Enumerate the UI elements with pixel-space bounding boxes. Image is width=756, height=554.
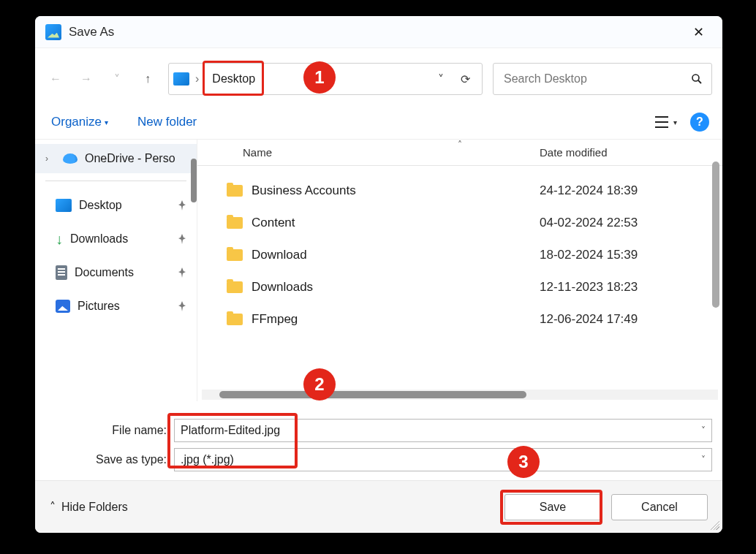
chevron-down-icon[interactable]: ˅ <box>701 455 706 465</box>
folder-icon <box>227 314 243 325</box>
file-name-row: File name: Platform-Edited.jpg ˅ <box>45 417 712 444</box>
hide-folders-button[interactable]: ˄ Hide Folders <box>50 500 128 514</box>
sort-indicator-icon: ˄ <box>458 140 462 150</box>
list-item[interactable]: Download 18-02-2024 15:39 <box>197 239 722 271</box>
sidebar-item-label: Documents <box>75 266 134 279</box>
file-date: 24-12-2024 18:39 <box>540 183 722 198</box>
list-item[interactable]: Downloads 12-11-2023 18:23 <box>197 271 722 303</box>
list-item[interactable]: Business Accounts 24-12-2024 18:39 <box>197 175 722 207</box>
save-as-dialog: Save As ✕ ← → ˅ ↑ › Desktop ˅ ⟳ Organize <box>35 16 722 533</box>
titlebar: Save As ✕ <box>35 16 722 48</box>
cancel-button[interactable]: Cancel <box>611 494 708 520</box>
file-date: 12-11-2023 18:23 <box>540 280 722 295</box>
file-name: Content <box>252 216 295 230</box>
navigation-row: ← → ˅ ↑ › Desktop ˅ ⟳ <box>35 48 722 107</box>
up-button[interactable]: ↑ <box>137 69 158 89</box>
save-button[interactable]: Save <box>504 494 601 520</box>
search-box[interactable] <box>493 63 712 95</box>
sidebar-separator <box>45 181 186 181</box>
dialog-toolbar: Organize ▾ New folder ▾ ? <box>35 107 722 140</box>
onedrive-icon <box>63 153 78 164</box>
back-button[interactable]: ← <box>45 69 66 89</box>
file-name-label: File name: <box>45 424 174 437</box>
breadcrumb-current[interactable]: Desktop <box>205 70 262 88</box>
sidebar-item-label: OneDrive - Perso <box>85 152 175 165</box>
breadcrumb-sep: › <box>192 72 202 86</box>
search-icon[interactable] <box>691 73 703 85</box>
pin-icon <box>178 200 186 210</box>
file-name-field[interactable]: Platform-Edited.jpg ˅ <box>174 419 712 442</box>
list-view-icon <box>654 115 669 129</box>
window-title: Save As <box>69 25 114 39</box>
download-icon: ↓ <box>56 232 63 246</box>
sidebar-item-pictures[interactable]: Pictures <box>35 289 197 323</box>
folder-icon <box>227 217 243 229</box>
sidebar-item-label: Desktop <box>79 199 122 212</box>
save-form: File name: Platform-Edited.jpg ˅ Save as… <box>35 401 722 480</box>
new-folder-button[interactable]: New folder <box>137 115 197 129</box>
file-name-value: Platform-Edited.jpg <box>181 424 280 437</box>
help-button[interactable]: ? <box>690 113 709 132</box>
svg-point-0 <box>692 75 699 81</box>
sidebar: › OneDrive - Perso Desktop ↓ Downloads <box>35 140 197 401</box>
folder-icon <box>227 281 243 293</box>
pictures-icon <box>56 300 70 313</box>
sidebar-item-downloads[interactable]: ↓ Downloads <box>35 222 197 256</box>
file-name: Business Accounts <box>252 183 356 198</box>
file-listing: ˄ Name Date modified Business Accounts 2… <box>197 140 722 401</box>
file-date: 18-02-2024 15:39 <box>540 248 722 262</box>
save-type-field[interactable]: .jpg (*.jpg) ˅ <box>174 448 712 471</box>
chevron-down-icon: ▾ <box>673 118 677 126</box>
sidebar-item-onedrive[interactable]: › OneDrive - Perso <box>35 144 197 173</box>
list-scrollbar-horizontal[interactable] <box>219 391 526 398</box>
svg-line-1 <box>698 80 701 83</box>
document-icon <box>56 265 67 280</box>
dialog-footer: ˄ Hide Folders Save Cancel <box>35 480 722 533</box>
file-name: FFmpeg <box>252 312 298 327</box>
chevron-up-icon: ˄ <box>50 500 56 514</box>
view-options-button[interactable]: ▾ <box>654 115 677 129</box>
list-scrollbar-vertical[interactable] <box>712 162 719 308</box>
save-type-row: Save as type: .jpg (*.jpg) ˅ <box>45 447 712 473</box>
pin-icon <box>178 234 186 244</box>
desktop-icon <box>173 72 189 86</box>
file-name: Download <box>252 248 307 262</box>
sidebar-item-desktop[interactable]: Desktop <box>35 189 197 222</box>
chevron-down-icon: ▾ <box>105 118 108 126</box>
search-input[interactable] <box>502 72 691 86</box>
chevron-down-icon[interactable]: ˅ <box>701 425 706 436</box>
breadcrumb[interactable]: › Desktop ˅ ⟳ <box>168 63 483 95</box>
file-name: Downloads <box>252 280 313 295</box>
list-item[interactable]: FFmpeg 12-06-2024 17:49 <box>197 303 722 335</box>
list-item[interactable]: Content 04-02-2024 22:53 <box>197 207 722 239</box>
file-date: 12-06-2024 17:49 <box>540 312 722 327</box>
save-type-value: .jpg (*.jpg) <box>181 453 234 466</box>
refresh-button[interactable]: ⟳ <box>453 72 477 86</box>
sidebar-scrollbar[interactable] <box>191 159 197 202</box>
organize-menu[interactable]: Organize ▾ <box>51 115 108 129</box>
resize-grip[interactable] <box>708 518 719 530</box>
pin-icon <box>178 267 186 278</box>
column-header-name[interactable]: Name <box>227 146 540 159</box>
sidebar-item-label: Pictures <box>78 300 120 313</box>
close-button[interactable]: ✕ <box>684 21 712 43</box>
column-header-date[interactable]: Date modified <box>540 146 722 159</box>
folder-icon <box>227 185 243 197</box>
list-rows: Business Accounts 24-12-2024 18:39 Conte… <box>197 166 722 335</box>
dialog-body: › OneDrive - Perso Desktop ↓ Downloads <box>35 140 722 401</box>
chevron-right-icon: › <box>45 153 56 164</box>
folder-icon <box>227 249 243 261</box>
hide-folders-label: Hide Folders <box>61 501 128 514</box>
forward-button[interactable]: → <box>76 69 97 89</box>
pin-icon <box>178 301 186 311</box>
app-icon <box>45 24 61 40</box>
recent-locations-button[interactable]: ˅ <box>107 69 127 89</box>
sidebar-item-label: Downloads <box>70 232 128 246</box>
sidebar-item-documents[interactable]: Documents <box>35 256 197 289</box>
save-type-label: Save as type: <box>45 453 174 466</box>
organize-label: Organize <box>51 115 102 129</box>
breadcrumb-dropdown-icon[interactable]: ˅ <box>438 72 450 86</box>
file-date: 04-02-2024 22:53 <box>540 216 722 230</box>
desktop-icon <box>56 199 72 212</box>
